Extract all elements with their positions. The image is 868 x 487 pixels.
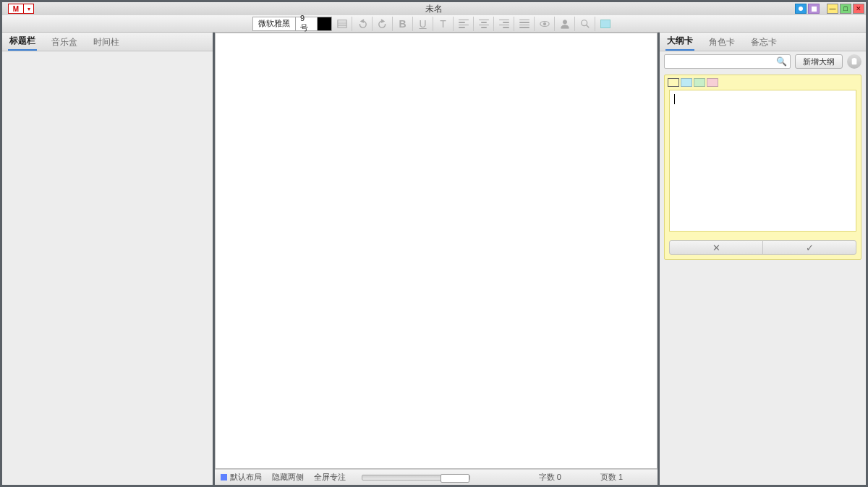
status-bar: 默认布局 隐藏两侧 全屏专注 字数 0 页数 1: [215, 469, 658, 485]
color-swatch-cyan[interactable]: [681, 78, 692, 87]
layout-default-label: 默认布局: [230, 472, 262, 483]
font-family-select[interactable]: 微软雅黑: [252, 17, 296, 31]
hide-sides-link[interactable]: 隐藏两侧: [272, 472, 304, 483]
tab-outline-card[interactable]: 大纲卡: [665, 32, 694, 51]
align-left-button[interactable]: [454, 17, 474, 31]
minimize-button[interactable]: —: [827, 4, 838, 14]
align-justify-button[interactable]: [514, 17, 535, 31]
preview-button[interactable]: [535, 17, 555, 31]
card-color-row: [665, 75, 861, 90]
svg-line-8: [586, 25, 589, 27]
undo-button[interactable]: [352, 17, 373, 31]
insert-image-button[interactable]: [332, 17, 352, 31]
titlebar: M ▾ 未名 — □ ✕: [2, 2, 866, 15]
svg-point-6: [563, 20, 566, 23]
editor-canvas[interactable]: [215, 33, 658, 469]
app-menu-dropdown[interactable]: ▾: [24, 4, 34, 14]
user-button[interactable]: [555, 17, 575, 31]
left-panel: 标题栏 音乐盒 时间柱: [2, 33, 215, 485]
font-size-select[interactable]: 9号: [296, 17, 318, 31]
card-actions: ✕ ✓: [669, 240, 856, 255]
left-panel-content: [2, 51, 213, 485]
color-swatch-pink[interactable]: [707, 78, 718, 87]
outline-search[interactable]: 🔍: [664, 54, 791, 69]
app-menu-icon[interactable]: M: [8, 4, 24, 14]
center-panel: 默认布局 隐藏两侧 全屏专注 字数 0 页数 1: [215, 33, 658, 485]
layout-default-toggle[interactable]: 默认布局: [221, 472, 262, 483]
tray-icon-1[interactable]: [795, 4, 807, 14]
text-button[interactable]: T: [433, 17, 454, 31]
svg-rect-10: [853, 58, 855, 59]
card-confirm-button[interactable]: ✓: [762, 241, 856, 254]
tab-role-card[interactable]: 角色卡: [707, 33, 736, 51]
left-tabs: 标题栏 音乐盒 时间柱: [2, 33, 213, 51]
right-tabs: 大纲卡 角色卡 备忘卡: [660, 33, 866, 51]
window-title: 未名: [2, 3, 866, 15]
tab-music-box[interactable]: 音乐盒: [50, 33, 79, 51]
outline-search-input[interactable]: [668, 57, 776, 66]
color-swatch-yellow[interactable]: [668, 78, 679, 87]
tab-title-column[interactable]: 标题栏: [8, 32, 37, 51]
add-outline-button[interactable]: 新增大纲: [795, 54, 843, 69]
tray-icon-2[interactable]: [808, 4, 820, 14]
align-center-button[interactable]: [474, 17, 494, 31]
page-count: 页数 1: [600, 472, 623, 483]
formatting-toolbar: 微软雅黑 9号 B U T: [2, 15, 866, 33]
clipboard-button[interactable]: [847, 54, 861, 69]
maximize-button[interactable]: □: [840, 4, 851, 14]
text-cursor: [674, 94, 675, 104]
svg-rect-9: [852, 59, 857, 64]
word-count: 字数 0: [539, 472, 561, 483]
right-panel: 大纲卡 角色卡 备忘卡 🔍 新增大纲: [658, 33, 866, 485]
search-icon: 🔍: [776, 56, 787, 67]
svg-point-5: [543, 22, 546, 25]
panel-toggle-button[interactable]: [595, 17, 616, 31]
tab-memo-card[interactable]: 备忘卡: [749, 33, 778, 51]
close-button[interactable]: ✕: [853, 4, 864, 14]
color-swatch-green[interactable]: [694, 78, 705, 87]
font-color-button[interactable]: [318, 17, 332, 31]
svg-point-7: [581, 20, 587, 25]
search-button[interactable]: [575, 17, 595, 31]
tab-timeline[interactable]: 时间柱: [92, 33, 121, 51]
underline-button[interactable]: U: [413, 17, 433, 31]
outline-card: ✕ ✓: [664, 75, 861, 260]
redo-button[interactable]: [373, 17, 393, 31]
align-right-button[interactable]: [494, 17, 514, 31]
bold-button[interactable]: B: [393, 17, 413, 31]
zoom-slider-thumb[interactable]: [441, 474, 469, 483]
fullscreen-focus-link[interactable]: 全屏专注: [314, 472, 346, 483]
card-text-area[interactable]: [669, 90, 856, 232]
zoom-slider[interactable]: [362, 475, 470, 480]
card-cancel-button[interactable]: ✕: [670, 241, 762, 254]
